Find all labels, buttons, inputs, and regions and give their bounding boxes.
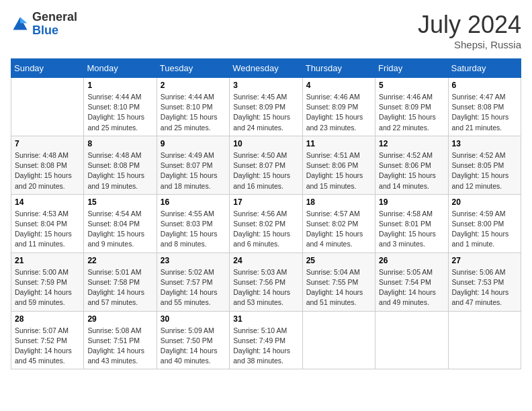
day-cell: 2Sunrise: 4:44 AMSunset: 8:10 PMDaylight…	[157, 78, 229, 136]
day-info: Sunrise: 4:51 AMSunset: 8:06 PMDaylight:…	[306, 150, 371, 191]
calendar-header: SundayMondayTuesdayWednesdayThursdayFrid…	[11, 59, 521, 78]
day-info: Sunrise: 4:46 AMSunset: 8:09 PMDaylight:…	[379, 92, 444, 133]
day-cell: 10Sunrise: 4:50 AMSunset: 8:07 PMDayligh…	[230, 136, 302, 194]
day-number: 1	[87, 81, 152, 90]
day-info: Sunrise: 4:57 AMSunset: 8:02 PMDaylight:…	[306, 209, 371, 250]
day-info: Sunrise: 5:07 AMSunset: 7:52 PMDaylight:…	[15, 326, 80, 367]
header-day-thursday: Thursday	[302, 59, 375, 78]
day-cell: 17Sunrise: 4:56 AMSunset: 8:02 PMDayligh…	[230, 194, 302, 253]
day-info: Sunrise: 4:54 AMSunset: 8:04 PMDaylight:…	[87, 209, 152, 250]
day-number: 26	[379, 256, 444, 265]
day-cell: 3Sunrise: 4:45 AMSunset: 8:09 PMDaylight…	[230, 78, 302, 136]
day-number: 10	[233, 139, 298, 148]
day-info: Sunrise: 4:58 AMSunset: 8:01 PMDaylight:…	[379, 209, 444, 250]
day-number: 18	[306, 197, 371, 207]
day-cell: 31Sunrise: 5:10 AMSunset: 7:49 PMDayligh…	[230, 311, 302, 369]
day-info: Sunrise: 5:05 AMSunset: 7:54 PMDaylight:…	[379, 267, 444, 308]
day-info: Sunrise: 4:50 AMSunset: 8:07 PMDaylight:…	[233, 150, 298, 191]
day-info: Sunrise: 5:01 AMSunset: 7:58 PMDaylight:…	[87, 267, 152, 308]
header-day-tuesday: Tuesday	[157, 59, 229, 78]
day-info: Sunrise: 5:00 AMSunset: 7:59 PMDaylight:…	[15, 267, 80, 308]
week-row-2: 14Sunrise: 4:53 AMSunset: 8:04 PMDayligh…	[11, 194, 521, 253]
day-number: 20	[452, 197, 517, 207]
day-cell: 20Sunrise: 4:59 AMSunset: 8:00 PMDayligh…	[448, 194, 521, 253]
day-cell: 6Sunrise: 4:47 AMSunset: 8:08 PMDaylight…	[448, 78, 521, 136]
calendar-table: SundayMondayTuesdayWednesdayThursdayFrid…	[11, 58, 521, 369]
day-number: 14	[15, 197, 80, 207]
logo-blue-text: Blue	[32, 24, 77, 38]
day-cell: 4Sunrise: 4:46 AMSunset: 8:09 PMDaylight…	[302, 78, 375, 136]
day-info: Sunrise: 4:46 AMSunset: 8:09 PMDaylight:…	[306, 92, 371, 133]
week-row-3: 21Sunrise: 5:00 AMSunset: 7:59 PMDayligh…	[11, 253, 521, 311]
day-cell: 8Sunrise: 4:48 AMSunset: 8:08 PMDaylight…	[84, 136, 157, 194]
day-info: Sunrise: 5:04 AMSunset: 7:55 PMDaylight:…	[306, 267, 371, 308]
day-info: Sunrise: 5:10 AMSunset: 7:49 PMDaylight:…	[233, 326, 298, 367]
day-info: Sunrise: 4:44 AMSunset: 8:10 PMDaylight:…	[161, 92, 226, 133]
header-day-friday: Friday	[375, 59, 448, 78]
day-info: Sunrise: 5:03 AMSunset: 7:56 PMDaylight:…	[233, 267, 298, 308]
day-cell: 25Sunrise: 5:04 AMSunset: 7:55 PMDayligh…	[302, 253, 375, 311]
day-info: Sunrise: 5:02 AMSunset: 7:57 PMDaylight:…	[161, 267, 226, 308]
day-info: Sunrise: 4:48 AMSunset: 8:08 PMDaylight:…	[15, 150, 80, 191]
week-row-0: 1Sunrise: 4:44 AMSunset: 8:10 PMDaylight…	[11, 78, 521, 136]
day-number: 19	[379, 197, 444, 207]
day-number: 3	[233, 81, 298, 90]
week-row-4: 28Sunrise: 5:07 AMSunset: 7:52 PMDayligh…	[11, 311, 521, 369]
day-cell: 29Sunrise: 5:08 AMSunset: 7:51 PMDayligh…	[84, 311, 157, 369]
day-info: Sunrise: 4:44 AMSunset: 8:10 PMDaylight:…	[87, 92, 152, 133]
day-info: Sunrise: 4:45 AMSunset: 8:09 PMDaylight:…	[233, 92, 298, 133]
day-number: 15	[87, 197, 152, 207]
title-block: July 2024 Shepsi, Russia	[418, 11, 521, 50]
calendar-body: 1Sunrise: 4:44 AMSunset: 8:10 PMDaylight…	[11, 78, 521, 369]
day-number: 17	[233, 197, 298, 207]
header-day-wednesday: Wednesday	[230, 59, 302, 78]
day-info: Sunrise: 4:48 AMSunset: 8:08 PMDaylight:…	[87, 150, 152, 191]
day-number: 13	[452, 139, 517, 148]
day-number: 12	[379, 139, 444, 148]
day-info: Sunrise: 4:52 AMSunset: 8:06 PMDaylight:…	[379, 150, 444, 191]
day-number: 30	[161, 314, 226, 324]
day-number: 9	[161, 139, 226, 148]
logo-general-text: General	[32, 11, 77, 24]
day-cell: 28Sunrise: 5:07 AMSunset: 7:52 PMDayligh…	[11, 311, 84, 369]
day-cell: 19Sunrise: 4:58 AMSunset: 8:01 PMDayligh…	[375, 194, 448, 253]
day-number: 24	[233, 256, 298, 265]
day-number: 29	[87, 314, 152, 324]
day-number: 21	[15, 256, 80, 265]
day-number: 7	[15, 139, 80, 148]
day-cell: 23Sunrise: 5:02 AMSunset: 7:57 PMDayligh…	[157, 253, 229, 311]
location-subtitle: Shepsi, Russia	[418, 39, 521, 50]
day-info: Sunrise: 4:53 AMSunset: 8:04 PMDaylight:…	[15, 209, 80, 250]
day-cell	[11, 78, 84, 136]
logo: General Blue	[11, 11, 77, 38]
day-cell: 1Sunrise: 4:44 AMSunset: 8:10 PMDaylight…	[84, 78, 157, 136]
header-day-saturday: Saturday	[448, 59, 521, 78]
day-info: Sunrise: 4:59 AMSunset: 8:00 PMDaylight:…	[452, 209, 517, 250]
day-cell	[375, 311, 448, 369]
day-cell: 9Sunrise: 4:49 AMSunset: 8:07 PMDaylight…	[157, 136, 229, 194]
day-info: Sunrise: 5:08 AMSunset: 7:51 PMDaylight:…	[87, 326, 152, 367]
day-number: 27	[452, 256, 517, 265]
day-cell: 24Sunrise: 5:03 AMSunset: 7:56 PMDayligh…	[230, 253, 302, 311]
day-info: Sunrise: 4:55 AMSunset: 8:03 PMDaylight:…	[161, 209, 226, 250]
day-cell: 22Sunrise: 5:01 AMSunset: 7:58 PMDayligh…	[84, 253, 157, 311]
day-info: Sunrise: 4:47 AMSunset: 8:08 PMDaylight:…	[452, 92, 517, 133]
day-info: Sunrise: 5:09 AMSunset: 7:50 PMDaylight:…	[161, 326, 226, 367]
day-cell: 12Sunrise: 4:52 AMSunset: 8:06 PMDayligh…	[375, 136, 448, 194]
week-row-1: 7Sunrise: 4:48 AMSunset: 8:08 PMDaylight…	[11, 136, 521, 194]
header-day-sunday: Sunday	[11, 59, 84, 78]
header-day-monday: Monday	[84, 59, 157, 78]
day-number: 25	[306, 256, 371, 265]
day-number: 11	[306, 139, 371, 148]
day-info: Sunrise: 5:06 AMSunset: 7:53 PMDaylight:…	[452, 267, 517, 308]
day-cell: 26Sunrise: 5:05 AMSunset: 7:54 PMDayligh…	[375, 253, 448, 311]
day-number: 6	[452, 81, 517, 90]
day-info: Sunrise: 4:49 AMSunset: 8:07 PMDaylight:…	[161, 150, 226, 191]
day-cell: 7Sunrise: 4:48 AMSunset: 8:08 PMDaylight…	[11, 136, 84, 194]
day-cell: 14Sunrise: 4:53 AMSunset: 8:04 PMDayligh…	[11, 194, 84, 253]
header-row: SundayMondayTuesdayWednesdayThursdayFrid…	[11, 59, 521, 78]
day-cell	[302, 311, 375, 369]
day-number: 22	[87, 256, 152, 265]
day-cell: 27Sunrise: 5:06 AMSunset: 7:53 PMDayligh…	[448, 253, 521, 311]
day-cell: 15Sunrise: 4:54 AMSunset: 8:04 PMDayligh…	[84, 194, 157, 253]
